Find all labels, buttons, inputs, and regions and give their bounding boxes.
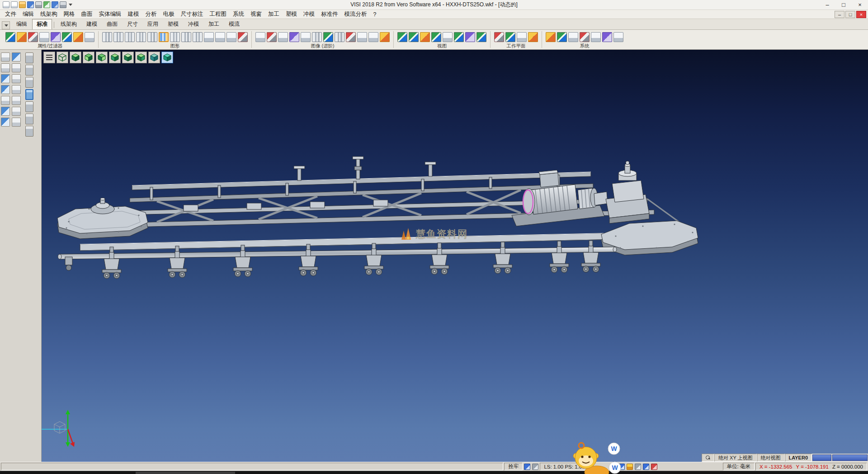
view-normal-icon[interactable] xyxy=(476,32,486,42)
select-tool-icon[interactable] xyxy=(1,52,10,62)
notes-tool-icon[interactable] xyxy=(25,101,33,112)
info-icon[interactable] xyxy=(613,32,623,42)
side-view-icon[interactable] xyxy=(420,32,430,42)
history-tool-icon[interactable] xyxy=(25,77,33,88)
status-tool-icon-2[interactable] xyxy=(627,464,633,470)
properties-icon[interactable] xyxy=(85,32,94,42)
tab-die[interactable]: 冲模 xyxy=(184,19,203,29)
3d-viewport[interactable]: 慧鱼资料网 绝对 XY 上视图 绝对视图 LAYER0 xyxy=(42,50,868,462)
view-front-button[interactable] xyxy=(83,52,94,63)
array-tool-icon[interactable] xyxy=(12,107,21,116)
delete-tool-icon[interactable] xyxy=(12,96,21,105)
trim-tool-icon[interactable] xyxy=(12,52,21,62)
print-icon[interactable] xyxy=(35,1,42,8)
mdi-minimize-button[interactable]: – xyxy=(835,11,844,18)
workplane-icon[interactable] xyxy=(494,32,504,42)
explode-tool-icon[interactable] xyxy=(12,118,21,127)
hidden-line-icon[interactable] xyxy=(125,32,135,42)
refresh-view-icon[interactable] xyxy=(346,32,356,42)
new-document-icon[interactable] xyxy=(11,1,18,8)
tab-surface[interactable]: 曲面 xyxy=(102,19,122,29)
status-help-icon[interactable] xyxy=(643,464,649,470)
menu-electrode[interactable]: 电极 xyxy=(160,10,178,19)
layer-color-bar-wide[interactable] xyxy=(832,455,868,461)
tab-machining[interactable]: 加工 xyxy=(204,19,224,29)
snap-lock-toggle[interactable]: 拴牢 xyxy=(504,463,523,470)
macro-icon[interactable] xyxy=(602,32,612,42)
mdi-close-button[interactable]: × xyxy=(856,11,866,18)
menu-flow-analysis[interactable]: 模流分析 xyxy=(341,10,370,19)
snap-toggle-icon[interactable] xyxy=(532,464,538,470)
close-button[interactable]: × xyxy=(852,0,868,9)
globe-icon[interactable] xyxy=(557,32,567,42)
filter-icon[interactable] xyxy=(17,32,27,42)
view-iso-sw-button[interactable] xyxy=(148,52,160,63)
menu-dimension[interactable]: 尺寸标注 xyxy=(178,10,207,19)
snap-grid-icon[interactable] xyxy=(1,63,10,72)
layer-filter-icon[interactable] xyxy=(39,32,49,42)
view-list-button[interactable] xyxy=(43,52,55,63)
type-filter-icon[interactable] xyxy=(51,32,61,42)
zoom-window-icon[interactable] xyxy=(255,32,265,42)
mirror-tool-icon[interactable] xyxy=(12,85,21,94)
layer-color-bar[interactable] xyxy=(812,455,831,461)
zoom-in-icon[interactable] xyxy=(278,32,288,42)
zoom-all-icon[interactable] xyxy=(267,32,277,42)
transparency-icon[interactable] xyxy=(170,32,180,42)
grid-toggle-icon[interactable] xyxy=(524,464,530,470)
copy-tool-icon[interactable] xyxy=(1,107,10,116)
silhouette-icon[interactable] xyxy=(215,32,225,42)
mdi-restore-button[interactable]: □ xyxy=(845,11,855,18)
maximize-button[interactable]: □ xyxy=(835,0,852,9)
tab-flow[interactable]: 模流 xyxy=(224,19,244,29)
tab-modeling[interactable]: 建模 xyxy=(82,19,102,29)
edge-display-icon[interactable] xyxy=(226,32,236,42)
active-render-mode-icon[interactable] xyxy=(159,32,169,42)
view-align-icon[interactable] xyxy=(465,32,475,42)
workplane-origin-icon[interactable] xyxy=(517,32,527,42)
previous-view-icon[interactable] xyxy=(335,32,344,42)
absolute-view-cell[interactable]: 绝对视图 xyxy=(757,454,785,462)
move-tool-icon[interactable] xyxy=(12,74,21,83)
menu-die[interactable]: 冲模 xyxy=(300,10,318,19)
iso-view-icon[interactable] xyxy=(431,32,441,42)
tab-dropdown-button[interactable] xyxy=(2,21,10,29)
selection-filter-icon[interactable] xyxy=(62,32,72,42)
snap-point-icon[interactable] xyxy=(12,63,21,72)
view-iso-se-button[interactable] xyxy=(135,52,147,63)
view-rotate-icon[interactable] xyxy=(454,32,464,42)
paste-tool-icon[interactable] xyxy=(25,65,33,76)
attribute-icon[interactable] xyxy=(5,32,15,42)
minimize-button[interactable]: – xyxy=(819,0,835,9)
open-file-icon[interactable] xyxy=(19,1,26,8)
view-top-button[interactable] xyxy=(70,52,81,63)
menu-help[interactable]: ? xyxy=(370,11,380,18)
menu-wireframe[interactable]: 线架构 xyxy=(37,10,61,19)
front-view-icon[interactable] xyxy=(409,32,419,42)
active-clipboard-tool-icon[interactable] xyxy=(25,89,33,100)
tab-dimension[interactable]: 尺寸 xyxy=(123,19,142,29)
dynamic-view-icon[interactable] xyxy=(323,32,333,42)
layers-tool-icon[interactable] xyxy=(25,114,33,124)
axonometric-button[interactable] xyxy=(57,52,68,63)
measure-icon[interactable] xyxy=(1,74,10,83)
rotate-tool-icon[interactable] xyxy=(1,85,10,94)
palette-icon[interactable] xyxy=(546,32,556,42)
top-view-icon[interactable] xyxy=(397,32,407,42)
view-iso-nw-button[interactable] xyxy=(122,52,134,63)
menu-edit[interactable]: 编辑 xyxy=(19,10,37,19)
named-view-icon[interactable] xyxy=(443,32,453,42)
menu-window[interactable]: 视窗 xyxy=(247,10,265,19)
wireframe-view-icon[interactable] xyxy=(113,32,123,42)
bookmark-tool-icon[interactable] xyxy=(25,126,33,137)
new-file-icon[interactable] xyxy=(3,1,9,8)
tab-standard[interactable]: 标准 xyxy=(32,19,52,29)
perspective-icon[interactable] xyxy=(193,32,203,42)
status-record-icon[interactable] xyxy=(651,464,657,470)
system-settings-icon[interactable] xyxy=(568,32,578,42)
color-filter-icon[interactable] xyxy=(28,32,38,42)
tab-application[interactable]: 应用 xyxy=(143,19,163,29)
shaded-edges-icon[interactable] xyxy=(136,32,146,42)
fit-view-icon[interactable] xyxy=(357,32,367,42)
redo-icon[interactable] xyxy=(52,1,58,8)
